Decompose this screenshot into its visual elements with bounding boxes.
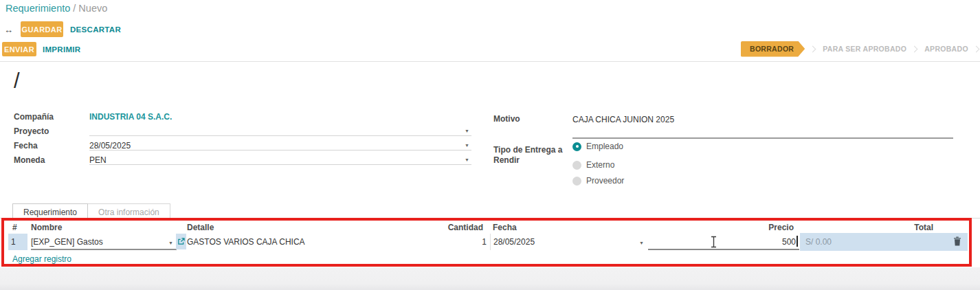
- field-label-motivo: Motivo: [493, 114, 520, 124]
- breadcrumb: Requerimiento/Nuevo: [5, 3, 107, 14]
- chevron-down-icon[interactable]: ▼: [465, 129, 469, 133]
- delete-row-button[interactable]: [953, 236, 961, 249]
- field-label-fecha: Fecha: [14, 141, 38, 150]
- column-header-precio[interactable]: Precio: [725, 223, 794, 232]
- breadcrumb-section-link[interactable]: Requerimiento: [5, 3, 70, 14]
- status-step-para-ser-aprobado[interactable]: PARA SER APROBADO: [823, 45, 906, 53]
- breadcrumb-current: Nuevo: [78, 3, 107, 14]
- column-header-total[interactable]: Total: [865, 223, 933, 232]
- moneda-input[interactable]: PEN: [89, 155, 107, 165]
- chevron-right-icon: [972, 45, 979, 52]
- swap-arrows-icon[interactable]: ↔: [4, 25, 13, 35]
- add-record-link[interactable]: Agregar registro: [12, 254, 71, 264]
- motivo-input-underline: [572, 137, 953, 139]
- status-step-borrador[interactable]: BORRADOR: [741, 41, 805, 57]
- chevron-down-icon[interactable]: ▼: [465, 143, 469, 148]
- radio-label: Externo: [586, 160, 614, 170]
- radio-button-icon[interactable]: [572, 161, 581, 170]
- chevron-down-icon[interactable]: ▼: [168, 241, 173, 245]
- total-value: S/ 0.00: [805, 237, 832, 247]
- external-link-icon: [177, 238, 185, 245]
- discard-button[interactable]: DESCARTAR: [70, 25, 121, 34]
- field-label-moneda: Moneda: [14, 155, 45, 165]
- record-title: /: [14, 69, 20, 93]
- column-header-cantidad[interactable]: Cantidad: [440, 223, 483, 232]
- proyecto-input[interactable]: [89, 135, 471, 136]
- column-header-fecha[interactable]: Fecha: [493, 223, 517, 232]
- motivo-input[interactable]: CAJA CHICA JUNION 2025: [572, 115, 674, 124]
- radio-option-proveedor[interactable]: Proveedor: [572, 176, 624, 186]
- row-number-cell[interactable]: 1: [8, 234, 27, 250]
- status-step-aprobado[interactable]: APROBADO: [924, 45, 968, 53]
- field-label-compania: Compañía: [14, 112, 54, 122]
- tab-otra-informacion[interactable]: Otra información: [88, 203, 170, 219]
- fecha-cell-input[interactable]: 28/05/2025: [493, 237, 535, 247]
- external-link-button[interactable]: [176, 234, 186, 249]
- chevron-right-icon: [810, 45, 816, 52]
- notebook-tabs: Requerimiento Otra información: [12, 203, 170, 219]
- status-pipeline: BORRADOR PARA SER APROBADO APROBADO PAGA…: [741, 41, 980, 57]
- detalle-cell-input[interactable]: GASTOS VARIOS CAJA CHICA: [187, 237, 305, 247]
- breadcrumb-separator: /: [73, 3, 76, 14]
- chevron-down-icon[interactable]: ▼: [465, 157, 469, 162]
- print-button[interactable]: IMPRIMIR: [43, 45, 80, 54]
- precio-cell-input[interactable]: 500: [728, 237, 796, 247]
- column-header-num[interactable]: #: [12, 223, 17, 232]
- field-value-compania-link[interactable]: INDUSTRIA 04 S.A.C.: [89, 112, 172, 122]
- page-footer-area: [0, 267, 980, 290]
- tab-requerimiento[interactable]: Requerimiento: [12, 203, 88, 219]
- save-button[interactable]: GUARDAR: [21, 21, 63, 37]
- radio-option-empleado[interactable]: Empleado: [572, 142, 623, 151]
- requerimiento-form-screen: Requerimiento/Nuevo ↔ GUARDAR DESCARTAR …: [0, 0, 980, 290]
- radio-label: Empleado: [586, 142, 623, 151]
- field-label-tipo-entrega: Tipo de Entrega a Rendir: [493, 145, 566, 166]
- text-cursor-pointer: [710, 236, 717, 248]
- chevron-down-icon[interactable]: ▼: [639, 241, 644, 245]
- trash-icon: [953, 236, 961, 246]
- column-header-nombre[interactable]: Nombre: [31, 223, 62, 232]
- fecha-input-underline: [89, 150, 471, 150]
- fecha-input[interactable]: 28/05/2025: [89, 141, 131, 150]
- chevron-right-icon: [911, 45, 918, 52]
- moneda-input-underline: [89, 164, 471, 165]
- text-caret: [797, 236, 798, 247]
- radio-option-externo[interactable]: Externo: [572, 160, 614, 170]
- radio-label: Proveedor: [586, 176, 624, 186]
- column-header-detalle[interactable]: Detalle: [187, 223, 214, 232]
- nombre-input-underline: [31, 249, 177, 250]
- cell-divider: [490, 234, 491, 250]
- field-label-proyecto: Proyecto: [14, 126, 49, 136]
- cantidad-cell-input[interactable]: 1: [447, 237, 487, 247]
- nombre-cell-input[interactable]: [EXP_GEN] Gastos: [31, 237, 103, 247]
- radio-button-icon[interactable]: [572, 142, 581, 151]
- precio-input-underline: [648, 249, 799, 250]
- send-button[interactable]: ENVIAR: [2, 42, 36, 56]
- radio-button-icon[interactable]: [572, 177, 581, 186]
